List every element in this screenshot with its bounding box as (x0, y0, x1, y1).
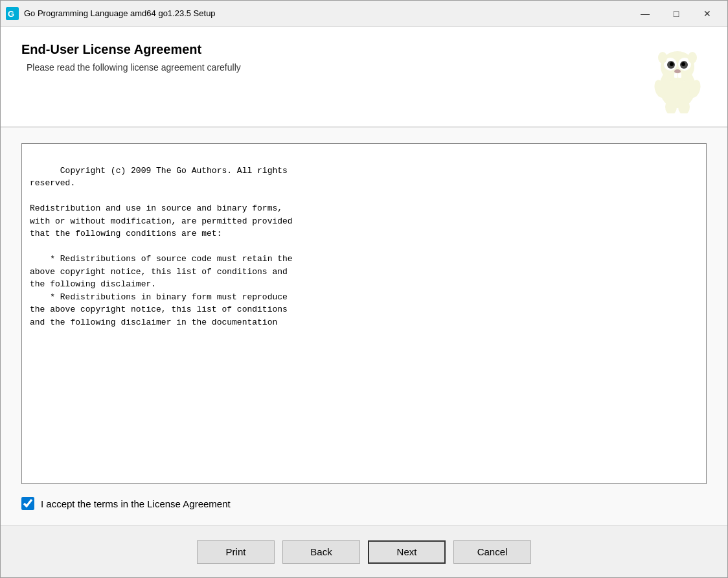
print-button[interactable]: Print (197, 540, 275, 564)
svg-point-12 (688, 52, 697, 64)
svg-point-8 (670, 62, 674, 66)
app-icon: G (6, 7, 19, 20)
window-controls: — □ ✕ (630, 4, 722, 23)
titlebar: G Go Programming Language amd64 go1.23.5… (1, 1, 727, 27)
header-text: End-User License Agreement Please read t… (21, 42, 635, 73)
accept-checkbox[interactable] (21, 497, 34, 510)
license-text-area[interactable]: Copyright (c) 2009 The Go Authors. All r… (21, 143, 707, 484)
gopher-mascot (648, 42, 707, 113)
cancel-button[interactable]: Cancel (453, 540, 531, 564)
license-text: Copyright (c) 2009 The Go Authors. All r… (30, 166, 293, 327)
svg-rect-14 (678, 73, 681, 78)
page-subtitle: Please read the following license agreem… (21, 62, 635, 73)
minimize-button[interactable]: — (630, 4, 660, 23)
content-area: Copyright (c) 2009 The Go Authors. All r… (1, 128, 727, 526)
accept-area: I accept the terms in the License Agreem… (21, 497, 707, 510)
next-button[interactable]: Next (368, 540, 446, 564)
footer-area: Print Back Next Cancel (1, 526, 727, 577)
main-window: G Go Programming Language amd64 go1.23.5… (0, 0, 728, 578)
header-area: End-User License Agreement Please read t… (1, 27, 727, 128)
svg-point-9 (681, 62, 685, 66)
svg-rect-13 (674, 73, 677, 78)
accept-label[interactable]: I accept the terms in the License Agreem… (41, 498, 231, 509)
page-title: End-User License Agreement (21, 42, 635, 57)
window-title: Go Programming Language amd64 go1.23.5 S… (24, 8, 630, 18)
svg-point-11 (658, 52, 667, 64)
restore-button[interactable]: □ (661, 4, 691, 23)
back-button[interactable]: Back (282, 540, 360, 564)
svg-text:G: G (8, 9, 14, 19)
close-button[interactable]: ✕ (692, 4, 722, 23)
svg-point-10 (674, 69, 681, 73)
